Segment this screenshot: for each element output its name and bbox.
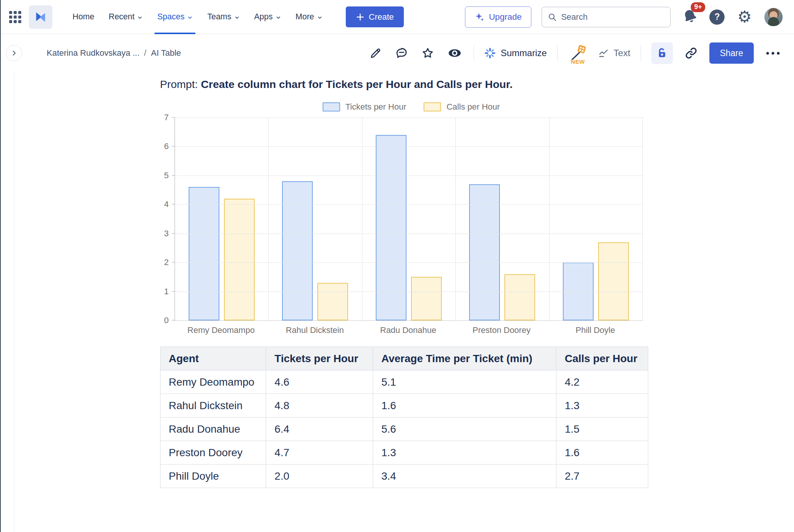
app-switcher-button[interactable] [7,9,24,25]
settings-button[interactable] [735,6,754,27]
nav-item-recent[interactable]: Recent [101,0,150,34]
search-box[interactable] [542,7,671,27]
table-cell: 3.4 [373,465,556,488]
chart-legend: Tickets per HourCalls per Hour [175,102,648,112]
notifications-button[interactable]: 9+ [681,7,699,27]
chevron-down-icon [187,15,193,20]
breadcrumb-page[interactable]: AI Table [151,48,181,58]
copy-link-button[interactable] [683,45,699,61]
prompt-line: Prompt: Create column chart for Tickets … [160,78,648,91]
breadcrumb-space[interactable]: Katerina Rudkovskaya ... [47,48,140,58]
table-cell: 1.6 [556,441,648,465]
bar-group [362,118,455,320]
app-grid-icon [9,11,21,23]
text-style-label: Text [614,48,630,58]
y-axis-tick-mark [172,117,175,118]
share-button[interactable]: Share [709,42,754,64]
chevron-down-icon [137,15,143,20]
y-axis-tick-mark [172,291,175,292]
nav-item-teams[interactable]: Teams [200,0,247,34]
search-input[interactable] [561,12,665,22]
bar-calls-per-hour [317,283,348,320]
y-axis-tick-label: 0 [164,316,169,325]
watch-button[interactable] [446,44,463,62]
legend-label: Tickets per Hour [345,102,406,112]
table-header-cell: Average Time per Ticket (min) [373,347,556,370]
breadcrumb-separator: / [144,48,147,58]
nav-item-label: Apps [254,12,273,22]
table-cell: Phill Doyle [160,465,266,488]
question-mark-icon: ? [714,12,720,22]
bar-group [549,118,643,320]
table-cell: 1.6 [373,394,556,417]
y-axis-tick-label: 2 [164,258,169,267]
legend-item: Calls per Hour [424,102,500,112]
y-axis-tick-mark [172,146,175,146]
table-cell: 1.3 [556,394,648,417]
table-row: Remy Deomampo4.65.14.2 [160,370,648,394]
permissions-button[interactable] [651,42,673,64]
nav-item-spaces[interactable]: Spaces [150,0,200,34]
x-axis-category-label: Preston Doorey [473,325,531,335]
upgrade-label: Upgrade [489,12,521,22]
column-chart: Tickets per HourCalls per Hour 01234567 … [160,102,648,337]
new-feature-button[interactable]: NEW [568,41,588,65]
bar-calls-per-hour [598,242,629,320]
comment-icon [395,47,408,60]
search-icon [548,13,557,22]
table-cell: Radu Donahue [160,417,266,441]
table-cell: 2.0 [266,465,373,488]
new-badge-label: NEW [571,58,585,65]
ellipsis-icon [766,52,769,55]
table-cell: 4.6 [266,370,373,394]
summarize-button[interactable]: Summarize [484,47,547,59]
create-label: Create [369,12,394,22]
text-style-button[interactable]: Text [599,48,630,58]
unlock-icon [656,47,668,59]
notification-badge: 9+ [691,2,706,12]
y-axis-tick-label: 4 [164,200,169,209]
prompt-prefix: Prompt: [160,78,201,90]
y-axis-tick-label: 5 [164,171,169,180]
user-avatar[interactable] [764,8,783,26]
bar-tickets-per-hour [282,181,313,320]
bar-tickets-per-hour [189,187,219,320]
nav-item-more[interactable]: More [288,0,330,34]
share-label: Share [720,48,743,58]
link-icon [685,47,698,60]
top-nav-bar: HomeRecentSpacesTeamsAppsMore Create Upg… [0,0,794,34]
favorite-button[interactable] [420,45,436,61]
create-button[interactable]: Create [346,6,404,27]
confluence-logo[interactable] [29,5,52,29]
pencil-icon [369,47,382,60]
more-options-button[interactable] [764,50,782,57]
table-row: Radu Donahue6.45.61.5 [160,417,648,441]
prompt-text: Create column chart for Tickets per Hour… [201,78,512,90]
nav-item-label: More [296,12,314,22]
edit-button[interactable] [368,46,383,61]
nav-item-label: Spaces [157,12,184,22]
table-cell: 1.3 [373,441,556,465]
table-header-cell: Tickets per Hour [266,347,373,370]
y-axis-tick-mark [172,262,175,262]
table-cell: 4.7 [266,441,373,465]
nav-item-apps[interactable]: Apps [247,0,288,34]
table-cell: Remy Deomampo [160,370,266,394]
help-button[interactable]: ? [709,9,725,25]
nav-item-home[interactable]: Home [65,0,101,34]
table-cell: 1.5 [556,417,648,441]
bar-calls-per-hour [504,274,535,320]
table-cell: 5.6 [373,417,556,441]
chevron-down-icon [276,15,281,20]
page-tools: Summarize NEW Text [368,41,782,65]
breadcrumb: Katerina Rudkovskaya ... / AI Table [47,48,181,58]
y-axis-tick-mark [172,320,175,320]
y-axis-tick-mark [172,175,175,176]
sidebar-expand-button[interactable] [6,45,22,61]
upgrade-button[interactable]: Upgrade [465,6,531,28]
eye-icon [447,46,462,60]
comment-button[interactable] [394,45,410,61]
y-axis-tick-mark [172,204,175,204]
x-axis-category-label: Phill Doyle [576,325,615,335]
summarize-label: Summarize [501,48,547,58]
